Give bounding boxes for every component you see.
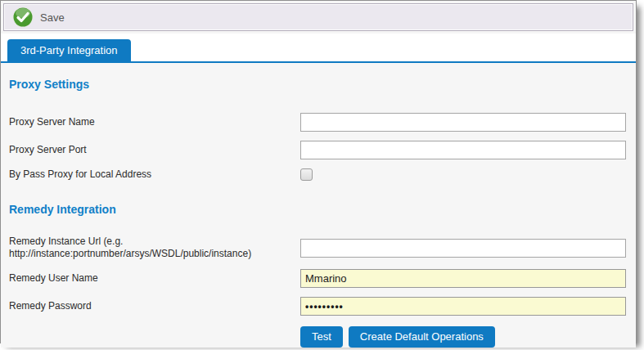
- action-buttons: Test Create Default Operations: [300, 326, 626, 348]
- remedy-user-name-input[interactable]: [300, 269, 626, 288]
- proxy-settings-heading: Proxy Settings: [9, 78, 626, 91]
- bypass-proxy-label: By Pass Proxy for Local Address: [9, 168, 300, 181]
- proxy-server-name-row: Proxy Server Name: [9, 113, 626, 132]
- bypass-proxy-row: By Pass Proxy for Local Address: [9, 168, 626, 181]
- remedy-password-label: Remedy Password: [9, 300, 300, 312]
- tab-strip: 3rd-Party Integration: [1, 34, 636, 63]
- remedy-instance-url-row: Remedy Instance Url (e.g. http://instanc…: [9, 236, 626, 260]
- remedy-instance-url-input[interactable]: [300, 239, 626, 258]
- test-button[interactable]: Test: [300, 326, 343, 348]
- remedy-integration-heading: Remedy Integration: [9, 203, 626, 216]
- settings-form: Proxy Settings Proxy Server Name Proxy S…: [1, 63, 636, 348]
- remedy-user-name-label: Remedy User Name: [9, 272, 300, 285]
- proxy-server-port-row: Proxy Server Port: [9, 141, 626, 159]
- proxy-server-port-label: Proxy Server Port: [9, 144, 300, 156]
- tab-label: 3rd-Party Integration: [20, 44, 118, 56]
- create-default-operations-button[interactable]: Create Default Operations: [349, 326, 495, 348]
- remedy-password-row: Remedy Password: [9, 297, 626, 316]
- save-button[interactable]: Save: [11, 5, 70, 29]
- proxy-server-port-input[interactable]: [300, 141, 626, 159]
- settings-window: Save 3rd-Party Integration Proxy Setting…: [0, 0, 637, 343]
- remedy-instance-url-label: Remedy Instance Url (e.g. http://instanc…: [9, 236, 300, 260]
- save-label: Save: [40, 11, 65, 24]
- remedy-password-input[interactable]: [300, 297, 626, 316]
- tab-3rd-party-integration[interactable]: 3rd-Party Integration: [7, 39, 131, 61]
- bypass-proxy-checkbox[interactable]: [300, 168, 313, 181]
- toolbar: Save: [3, 3, 633, 31]
- proxy-server-name-label: Proxy Server Name: [9, 116, 300, 128]
- remedy-user-name-row: Remedy User Name: [9, 269, 626, 288]
- proxy-server-name-input[interactable]: [300, 113, 626, 132]
- check-circle-icon: [12, 7, 34, 28]
